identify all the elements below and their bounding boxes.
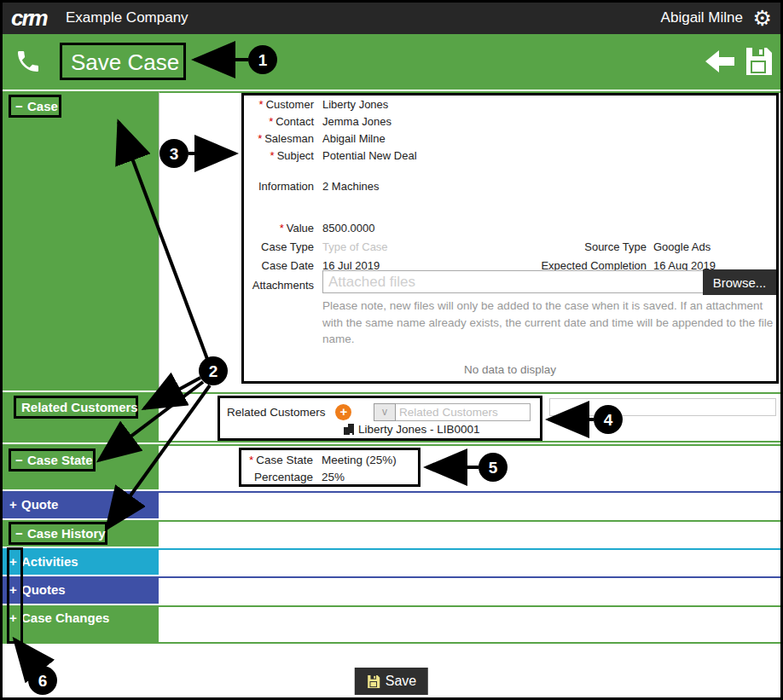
section-row-case-changes: +Case Changes (3, 605, 780, 644)
sidebar-label-case[interactable]: Case (27, 99, 58, 113)
sidebar-section-case-changes[interactable]: +Case Changes (3, 605, 159, 644)
save-button-label: Save (386, 674, 416, 688)
related-customer-item-label: Liberty Jones - LIB0001 (358, 423, 480, 436)
toolbar: Save Case (3, 34, 780, 90)
sidebar-label-case-state[interactable]: Case State (27, 453, 93, 467)
save-icon (367, 674, 380, 688)
case-date-label: Case Date (244, 259, 314, 272)
case-state-label: *Case State (241, 454, 313, 466)
user-name: Abigail Milne (661, 9, 743, 26)
customer-label: *Customer (244, 98, 314, 111)
case-type-field[interactable]: Type of Case (322, 240, 388, 253)
company-name: Example Company (66, 9, 188, 26)
top-bar: crm Example Company Abigail Milne ⚙ (3, 3, 780, 34)
sidebar-label-activities: Activities (21, 554, 78, 569)
related-customers-side-input[interactable] (549, 398, 776, 416)
customer-field[interactable]: Liberty Jones (322, 98, 388, 111)
sidebar-label-quote: Quote (21, 497, 58, 512)
section-row-case-history (3, 520, 780, 547)
collapse-icon[interactable]: − (15, 526, 27, 541)
case-state-annotation-panel: *Case State Meeting (25%) Percentage 25% (239, 448, 420, 487)
percentage-field[interactable]: 25% (322, 471, 345, 483)
subject-field[interactable]: Potential New Deal (322, 149, 417, 162)
phone-icon[interactable] (14, 48, 42, 78)
sidebar-label-quotes: Quotes (21, 582, 66, 597)
expand-icon[interactable]: + (9, 497, 21, 512)
chevron-down-icon[interactable]: v (374, 403, 396, 421)
case-history-content (159, 520, 780, 547)
percentage-label: Percentage (241, 471, 313, 483)
expand-icon[interactable]: + (9, 554, 21, 569)
contact-field[interactable]: Jemma Jones (322, 115, 392, 128)
sidebar-label-case-history[interactable]: Case History (27, 526, 106, 541)
building-icon (344, 424, 354, 437)
sidebar-section-activities[interactable]: +Activities (3, 548, 159, 575)
add-related-customer-icon[interactable]: + (335, 404, 351, 420)
case-history-annotation-box: −Case History (9, 522, 107, 545)
crm-window: crm Example Company Abigail Milne ⚙ Save… (0, 0, 783, 700)
sidebar-label-related-customers[interactable]: Related Customers (21, 400, 138, 414)
page-title: Save Case (71, 47, 179, 78)
expand-icon[interactable]: + (9, 610, 21, 625)
subject-label: *Subject (244, 149, 314, 162)
crm-logo: crm (11, 5, 47, 32)
case-state-annotation-box: −Case State (9, 448, 96, 471)
browse-button[interactable]: Browse... (703, 269, 776, 295)
case-changes-content (159, 605, 780, 644)
information-label: Information (244, 180, 314, 193)
no-data-text: No data to display (244, 363, 776, 376)
related-customer-item[interactable]: Liberty Jones - LIB0001 (344, 423, 480, 437)
attachments-input[interactable] (322, 270, 706, 293)
section-row-quote: +Quote (3, 491, 780, 518)
related-customers-label: Related Customers (227, 406, 326, 419)
sidebar-label-case-changes: Case Changes (21, 610, 109, 625)
activities-content (159, 548, 780, 575)
case-form-panel: *Customer Liberty Jones *Contact Jemma J… (241, 93, 779, 384)
quotes-content (159, 576, 780, 604)
contact-label: *Contact (244, 115, 314, 128)
related-customers-annotation-box: Related Customers (14, 396, 138, 419)
back-icon[interactable] (705, 49, 734, 78)
page-title-annotation-box: Save Case (60, 43, 186, 80)
related-customers-combo-input[interactable] (396, 403, 531, 421)
case-annotation-box: −Case (9, 95, 61, 118)
save-button[interactable]: Save (355, 668, 428, 695)
related-customers-annotation-panel: Related Customers + v Liberty Jones - LI… (218, 396, 542, 441)
salesman-field[interactable]: Abigail Milne (322, 132, 386, 145)
sidebar-section-quotes[interactable]: +Quotes (3, 576, 159, 604)
section-row-quotes: +Quotes (3, 576, 780, 604)
salesman-label: *Salesman (244, 132, 314, 145)
sidebar-section-case[interactable] (3, 91, 159, 390)
source-type-label: Source Type (497, 240, 647, 253)
collapse-icon[interactable]: − (15, 453, 27, 467)
information-field[interactable]: 2 Machines (322, 180, 379, 193)
attachment-note: Please note, new files will only be adde… (322, 298, 774, 348)
value-label: *Value (244, 222, 314, 234)
expand-icon[interactable]: + (9, 582, 21, 597)
attachments-label: Attachments (244, 279, 314, 292)
value-field[interactable]: 8500.0000 (322, 222, 374, 234)
section-row-activities: +Activities (3, 548, 780, 575)
sidebar-section-quote[interactable]: +Quote (3, 491, 159, 518)
gear-icon[interactable]: ⚙ (753, 4, 772, 32)
case-type-label: Case Type (244, 240, 314, 253)
footer: Save (3, 644, 780, 697)
case-state-field[interactable]: Meeting (25%) (322, 454, 397, 466)
collapse-icon[interactable]: − (15, 99, 27, 113)
toolbar-save-icon[interactable] (745, 46, 772, 78)
quote-content (159, 491, 780, 518)
source-type-field[interactable]: Google Ads (653, 240, 710, 253)
